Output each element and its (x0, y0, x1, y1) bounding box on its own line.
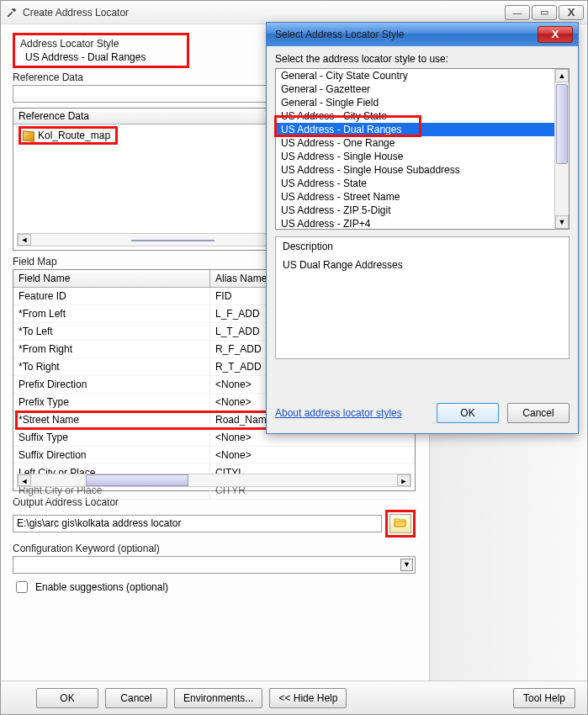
config-label: Configuration Keyword (optional) (13, 543, 416, 554)
scroll-thumb[interactable] (556, 84, 568, 164)
style-list-item[interactable]: US Address - Single House (276, 150, 569, 163)
style-list-item[interactable]: US Address - State (276, 177, 569, 190)
description-box: Description US Dual Range Addresses (275, 236, 569, 359)
environments-button[interactable]: Environments... (174, 688, 262, 708)
hammer-icon (4, 6, 18, 19)
style-list-item[interactable]: General - Gazetteer (276, 82, 569, 96)
style-list-item[interactable]: General - Single Field (276, 96, 569, 109)
modal-prompt: Select the address locator style to use: (275, 53, 569, 65)
modal-cancel-button[interactable]: Cancel (507, 403, 569, 423)
about-styles-link[interactable]: About address locator styles (275, 407, 402, 419)
description-label: Description (283, 241, 562, 252)
bottom-button-bar: OK Cancel Environments... << Hide Help T… (1, 681, 587, 714)
style-list-item[interactable]: US Address - One Range (276, 136, 569, 150)
style-section-highlight: Address Locator Style US Address - Dual … (13, 33, 189, 68)
window-title: Create Address Locator (23, 7, 505, 19)
scroll-left-icon[interactable]: ◄ (18, 474, 31, 486)
style-list-scrollbar[interactable]: ▲ ▼ (554, 69, 569, 229)
ok-button[interactable]: OK (36, 688, 98, 708)
dropdown-icon[interactable]: ▼ (400, 559, 413, 571)
style-list-item[interactable]: US Address - City State (276, 109, 569, 123)
modal-close-button[interactable]: X (538, 26, 573, 43)
refdata-col1[interactable]: Reference Data (13, 109, 309, 124)
modal-title: Select Address Locator Style (272, 29, 538, 40)
close-button[interactable]: X (559, 5, 584, 20)
fm-cell-fieldname[interactable]: *Street Name (13, 411, 209, 429)
window-buttons: — ▭ X (505, 5, 584, 20)
style-label: Address Locator Style (20, 38, 182, 50)
enable-suggestions-checkbox[interactable] (16, 581, 28, 593)
folder-icon (394, 516, 407, 531)
browse-button[interactable] (389, 514, 411, 533)
scroll-right-icon[interactable]: ► (397, 474, 411, 486)
scroll-up-icon[interactable]: ▲ (555, 69, 569, 82)
minimize-button[interactable]: — (505, 5, 530, 20)
select-style-dialog: Select Address Locator Style X Select th… (266, 22, 579, 434)
style-list-item[interactable]: General - City State Country (276, 69, 569, 82)
scroll-thumb[interactable] (86, 474, 188, 486)
toolhelp-button[interactable]: Tool Help (513, 688, 575, 708)
style-list-item[interactable]: US Address - Single House Subaddress (276, 163, 569, 177)
fm-col1[interactable]: Field Name (13, 270, 209, 288)
scroll-thumb[interactable] (131, 240, 215, 241)
refdata-row1-c1[interactable]: Kol_Route_map (13, 124, 309, 147)
fm-cell-fieldname[interactable]: *From Left (13, 305, 209, 323)
style-list[interactable]: General - City State CountryGeneral - Ga… (275, 68, 569, 230)
style-list-item[interactable]: US Address - ZIP+4 (276, 217, 569, 230)
enable-suggestions-label: Enable suggestions (optional) (35, 581, 168, 593)
fm-cell-fieldname[interactable]: *From Right (13, 341, 209, 358)
fm-cell-fieldname[interactable]: Prefix Direction (13, 376, 209, 394)
output-browse-highlight (385, 510, 416, 538)
fm-cell-fieldname[interactable]: Feature ID (13, 288, 209, 305)
scroll-down-icon[interactable]: ▼ (555, 215, 569, 229)
scroll-left-icon[interactable]: ◄ (18, 234, 31, 246)
maximize-button[interactable]: ▭ (532, 5, 557, 20)
fm-cell-fieldname[interactable]: *To Right (13, 358, 209, 376)
output-input[interactable]: E:\gis\arc gis\kolkata address locator (13, 515, 382, 532)
hidehelp-button[interactable]: << Hide Help (269, 688, 347, 708)
fm-hscrollbar[interactable]: ◄ ► (17, 474, 411, 487)
style-list-item[interactable]: US Address - Street Name (276, 190, 569, 204)
fm-cell-fieldname[interactable]: Suffix Type (13, 429, 209, 447)
style-list-item[interactable]: US Address - Dual Ranges (276, 123, 569, 136)
style-list-item[interactable]: US Address - ZIP 5-Digit (276, 204, 569, 217)
description-text: US Dual Range Addresses (283, 259, 562, 271)
fm-cell-fieldname[interactable]: *To Left (13, 323, 209, 341)
config-dropdown[interactable]: ▼ (13, 556, 416, 574)
main-titlebar[interactable]: Create Address Locator — ▭ X (1, 1, 587, 24)
modal-titlebar[interactable]: Select Address Locator Style X (267, 23, 578, 46)
fm-cell-fieldname[interactable]: Suffix Direction (13, 447, 209, 464)
fm-cell-alias[interactable]: <None> (209, 447, 414, 464)
modal-ok-button[interactable]: OK (437, 403, 499, 423)
fm-cell-fieldname[interactable]: Prefix Type (13, 394, 209, 411)
fm-row[interactable]: Suffix Direction<None> (13, 447, 415, 464)
style-value: US Address - Dual Ranges (20, 51, 182, 63)
cancel-button[interactable]: Cancel (105, 688, 167, 708)
layer-icon (23, 130, 34, 141)
